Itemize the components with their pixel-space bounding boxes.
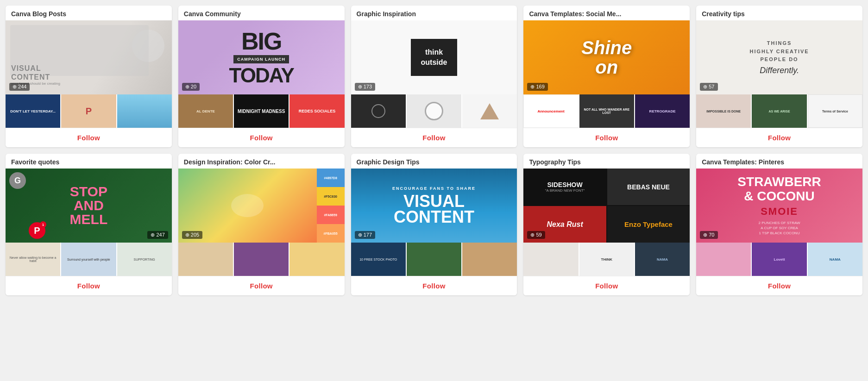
thumb-1: Never allow waiting to become a habit [6,243,60,276]
board-main-image: #4897D8 #F5C830 #FA6659 #FBA055 ⊕ 205 [178,169,345,243]
thumb-3: REDES SOCIALES [289,94,344,128]
board-card-design-color: Design Inspiration: Color Cr... #4897D8 … [178,154,345,295]
board-main-image: STOPANDMELL G P 1 ⊕ 247 [6,169,172,243]
board-card-canva-blog-posts: Canva Blog Posts VISUAL CONTENT your bra… [6,6,172,147]
follow-button[interactable]: Follow [6,276,172,295]
board-thumbnails [178,243,345,276]
board-title: Canva Templates: Pinteres [696,154,862,169]
follow-button[interactable]: Follow [696,276,862,295]
thumb-3 [117,94,172,128]
board-main-image: ENCOURAGE FANS TO SHARE VISUALCONTENT ⊕ … [351,169,517,243]
board-main-image: SIDESHOW "A BRAND NEW FONT" BEBAS NEUE N… [523,169,690,243]
boards-grid: Canva Blog Posts VISUAL CONTENT your bra… [6,6,862,295]
follow-button[interactable]: Follow [523,128,690,147]
board-thumbnails: Never allow waiting to become a habit Su… [6,243,172,276]
thumb-3: NAMA [635,243,690,276]
board-title: Favorite quotes [6,154,172,169]
thumb-3: SUPPORTING [117,243,172,276]
thumb-3: Terms of Service [808,94,862,128]
thumb-1 [178,243,233,276]
board-main-image: BIG CAMPAIGN LAUNCH TODAY ⊕ 20 [178,20,345,94]
board-title: Design Inspiration: Color Cr... [178,154,345,169]
thumb-2 [407,94,461,128]
board-thumbnails: DON'T LET YESTERDAY... P [6,94,172,128]
board-card-favorite-quotes: Favorite quotes STOPANDMELL G P 1 ⊕ 247 … [6,154,172,295]
thumb-3 [462,94,517,128]
thumb-2: AS WE ARISE [752,94,806,128]
board-title: Canva Templates: Social Me... [523,6,690,20]
follow-button[interactable]: Follow [178,128,345,147]
count-badge: ⊕ 20 [182,83,200,91]
follow-button[interactable]: Follow [523,276,690,295]
thumb-2: NOT ALL WHO WANDER ARE LOST [579,94,634,128]
board-thumbnails: 10 FREE STOCK PHOTO [351,243,517,276]
thumb-2: THINK [579,243,634,276]
thumb-1: 10 FREE STOCK PHOTO [351,243,406,276]
thumb-2 [234,243,289,276]
board-title: Typography Tips [523,154,690,169]
board-card-creativity-tips: Creativity tips THINGSHIGHLY CREATIVEPEO… [696,6,862,147]
thumb-1: AL DENTE [178,94,233,128]
count-badge: ⊕ 205 [182,231,202,239]
board-thumbnails: Lovett NAMA [696,243,862,276]
board-main-image: VISUAL CONTENT your brand should be crea… [6,20,172,94]
thumb-2: MIDNIGHT MADNESS [234,94,289,128]
thumb-1: DON'T LET YESTERDAY... [6,94,60,128]
count-badge: ⊕ 173 [355,83,375,91]
count-badge: ⊕ 59 [527,231,545,239]
board-card-graphic-design-tips: Graphic Design Tips ENCOURAGE FANS TO SH… [351,154,517,295]
board-title: Canva Blog Posts [6,6,172,20]
thumb-2 [407,243,461,276]
board-main-image: THINGSHIGHLY CREATIVEPEOPLE DO Different… [696,20,862,94]
board-title: Graphic Design Tips [351,154,517,169]
board-card-canva-community: Canva Community BIG CAMPAIGN LAUNCH TODA… [178,6,345,147]
follow-button[interactable]: Follow [351,128,517,147]
thumb-2: Lovett [752,243,806,276]
thumb-2: P [61,94,116,128]
user-avatar: G [9,172,26,189]
board-thumbnails [351,94,517,128]
board-thumbnails: IMPOSSIBLE IS DONE AS WE ARISE Terms of … [696,94,862,128]
thumb-1: Announcement [523,94,578,128]
thumb-3: NAMA [808,243,862,276]
count-badge: ⊕ 244 [9,83,30,91]
board-title: Creativity tips [696,6,862,20]
thumb-3 [289,243,344,276]
board-card-canva-templates-pinterest: Canva Templates: Pinteres STRAWBERR& COC… [696,154,862,295]
board-thumbnails: Announcement NOT ALL WHO WANDER ARE LOST… [523,94,690,128]
thumb-3: RETROGRADE [635,94,690,128]
follow-button[interactable]: Follow [696,128,862,147]
board-thumbnails: THINK NAMA [523,243,690,276]
thumb-1: IMPOSSIBLE IS DONE [696,94,751,128]
board-card-graphic-inspiration: Graphic Inspiration think outside ⊕ 173 [351,6,517,147]
board-main-image: Shineon ⊕ 169 [523,20,690,94]
board-card-typography-tips: Typography Tips SIDESHOW "A BRAND NEW FO… [523,154,690,295]
follow-button[interactable]: Follow [6,128,172,147]
thumb-3 [462,243,517,276]
count-badge: ⊕ 169 [527,83,547,91]
count-badge: ⊕ 70 [700,231,717,239]
board-thumbnails: AL DENTE MIDNIGHT MADNESS REDES SOCIALES [178,94,345,128]
count-badge: ⊕ 57 [700,83,717,91]
count-badge: ⊕ 247 [147,231,168,239]
board-main-image: STRAWBERR& COCONU SMOIE 2 PUNCHES OF STR… [696,169,862,243]
thumb-2: Surround yourself with people [61,243,116,276]
board-title: Graphic Inspiration [351,6,517,20]
board-main-image: think outside ⊕ 173 [351,20,517,94]
board-title: Canva Community [178,6,345,20]
board-card-canva-templates-social: Canva Templates: Social Me... Shineon ⊕ … [523,6,690,147]
follow-button[interactable]: Follow [351,276,517,295]
thumb-1 [523,243,578,276]
thumb-1 [351,94,406,128]
count-badge: ⊕ 177 [355,231,375,239]
thumb-1 [696,243,751,276]
follow-button[interactable]: Follow [178,276,345,295]
